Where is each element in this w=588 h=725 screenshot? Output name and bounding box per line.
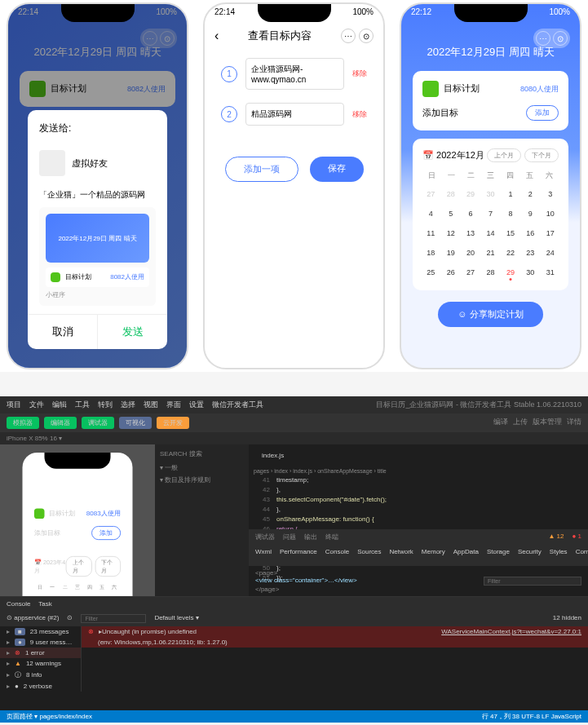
menu-goto[interactable]: 转到 (98, 400, 113, 410)
filter-input[interactable] (484, 577, 581, 586)
calendar-day[interactable]: 9 (522, 206, 538, 222)
capsule-menu[interactable]: ⋯⊙ (533, 29, 570, 48)
wxml-line[interactable]: <view class="container">…</view> (255, 577, 484, 586)
menu-bar[interactable]: 项目文件编辑工具转到选择视图界面设置微信开发者工具 目标日历_企业猫源码网 - … (0, 396, 588, 413)
prev-month-button[interactable]: 上个月 (487, 148, 521, 162)
menu-tool[interactable]: 工具 (75, 400, 90, 410)
warn-msg[interactable]: 12 warnings (26, 660, 61, 667)
calendar-day[interactable]: 20 (462, 245, 479, 261)
calendar-day[interactable]: 28 (482, 264, 498, 281)
cancel-button[interactable]: 取消 (28, 315, 98, 349)
calendar-day[interactable]: 10 (542, 206, 559, 222)
user-msg-count[interactable]: 9 user mess… (30, 639, 73, 646)
compile-label[interactable]: 编译 (493, 417, 508, 429)
tab-wxml[interactable]: Wxml (255, 548, 272, 563)
tab-appdata[interactable]: AppData (453, 548, 479, 563)
tab-memory[interactable]: Memory (422, 548, 445, 563)
menu-ui[interactable]: 界面 (166, 400, 181, 410)
next-month-button[interactable]: 下个月 (524, 148, 559, 162)
error-msg[interactable]: 1 error (25, 649, 45, 656)
devtools-tabs[interactable]: 调试器问题输出终端 ▲ 12 ● 1 (249, 529, 588, 545)
menu-wxtools[interactable]: 微信开发者工具 (212, 400, 263, 410)
error-count[interactable]: ● 1 (572, 533, 581, 542)
calendar-day[interactable]: 16 (522, 225, 538, 241)
details-button[interactable]: 详情 (567, 417, 581, 429)
calendar-day[interactable]: 7 (482, 206, 498, 222)
error-source[interactable]: WAServiceMainContext.js?t=wechat&v=2.27.… (441, 628, 581, 635)
file-tab[interactable]: index.js (254, 449, 292, 462)
breadcrumb[interactable]: pages › index › index.js › onShareAppMes… (254, 466, 583, 475)
delete-button[interactable]: 移除 (352, 69, 367, 79)
close-icon[interactable]: ⊙ (553, 31, 568, 46)
add-item-button[interactable]: 添加一项 (225, 157, 298, 182)
calendar-day[interactable]: 6 (462, 206, 479, 222)
menu-project[interactable]: 项目 (7, 400, 21, 410)
calendar-day[interactable]: 2 (522, 186, 538, 202)
msg-count[interactable]: 23 messages (30, 628, 69, 635)
page-path[interactable]: 页面路径 ▾ pages/index/index (7, 712, 92, 721)
tab-network[interactable]: Network (390, 548, 413, 563)
calendar-day[interactable]: 17 (542, 225, 559, 241)
goal-input-1[interactable]: 企业猫源码网-www.qymao.cn (245, 58, 344, 90)
calendar-day[interactable]: 12 (442, 225, 458, 241)
calendar-day[interactable]: 27 (462, 264, 479, 281)
tab-sources[interactable]: Sources (357, 548, 381, 563)
tab-console[interactable]: Console (325, 548, 349, 563)
calendar-day[interactable]: 3 (542, 186, 559, 202)
version-button[interactable]: 版本管理 (533, 417, 562, 429)
console-filter[interactable] (81, 614, 146, 623)
tab-security[interactable]: Security (518, 548, 542, 563)
goal-input-2[interactable]: 精品源码网 (245, 103, 344, 126)
warning-count[interactable]: ▲ 12 (548, 533, 564, 542)
info-msg[interactable]: 8 info (26, 671, 42, 679)
more-icon[interactable]: ⋯ (341, 29, 356, 43)
editor-button[interactable]: 编辑器 (44, 417, 77, 429)
menu-select[interactable]: 选择 (121, 400, 135, 410)
calendar-day[interactable]: 1 (502, 186, 519, 202)
calendar-day[interactable]: 25 (422, 264, 439, 281)
close-icon[interactable]: ⊙ (359, 29, 374, 43)
save-button[interactable]: 保存 (310, 157, 364, 182)
visual-button[interactable]: 可视化 (119, 417, 152, 429)
calendar-day[interactable]: 22 (502, 245, 519, 261)
calendar-day[interactable]: 31 (542, 264, 559, 281)
calendar-day[interactable]: 21 (482, 245, 498, 261)
calendar-day[interactable]: 8 (502, 206, 519, 222)
error-line[interactable]: ▸Uncaught (in promise) undefined (99, 628, 197, 635)
menu-settings[interactable]: 设置 (189, 400, 204, 410)
tab-styles[interactable]: Styles (550, 548, 568, 563)
calendar-day[interactable]: 19 (442, 245, 458, 261)
calendar-day[interactable]: 26 (442, 264, 458, 281)
calendar-day[interactable]: 23 (522, 245, 538, 261)
tab-storage[interactable]: Storage (487, 548, 510, 563)
calendar-days[interactable]: 2728293012345678910111213141516171819202… (422, 186, 559, 281)
delete-button[interactable]: 移除 (352, 109, 367, 120)
calendar-day[interactable]: 14 (482, 225, 498, 241)
add-button[interactable]: 添加 (526, 105, 559, 121)
menu-file[interactable]: 文件 (29, 400, 44, 410)
debugger-button[interactable]: 调试器 (82, 417, 114, 429)
simulator-button[interactable]: 模拟器 (7, 417, 39, 429)
calendar-day[interactable]: 13 (462, 225, 479, 241)
menu-edit[interactable]: 编辑 (52, 400, 67, 410)
tab-console[interactable]: Console (7, 600, 30, 608)
device-bar[interactable]: iPhone X 85% 16 ▾ (0, 432, 588, 444)
tab-perf[interactable]: Performance (280, 548, 317, 563)
upload-button[interactable]: 上传 (513, 417, 528, 429)
calendar-day[interactable]: 4 (422, 206, 439, 222)
hidden-count[interactable]: 12 hidden (553, 614, 581, 623)
send-button[interactable]: 发送 (98, 315, 167, 349)
code-editor[interactable]: index.js pages › index › index.js › onSh… (249, 444, 588, 596)
calendar-day[interactable]: 5 (442, 206, 458, 222)
cloud-button[interactable]: 云开发 (157, 417, 189, 429)
tab-task[interactable]: Task (38, 600, 51, 608)
calendar-day[interactable]: 15 (502, 225, 519, 241)
calendar-day[interactable]: 11 (422, 225, 439, 241)
menu-view[interactable]: 视图 (144, 400, 158, 410)
calendar-day[interactable]: 30 (522, 264, 538, 281)
share-button[interactable]: ☺ 分享制定计划 (438, 302, 542, 327)
more-icon[interactable]: ⋯ (536, 31, 550, 46)
context-select[interactable]: appservice (#2) (14, 614, 59, 621)
tab-computed[interactable]: Computed (576, 548, 588, 563)
calendar-day[interactable]: 18 (422, 245, 439, 261)
